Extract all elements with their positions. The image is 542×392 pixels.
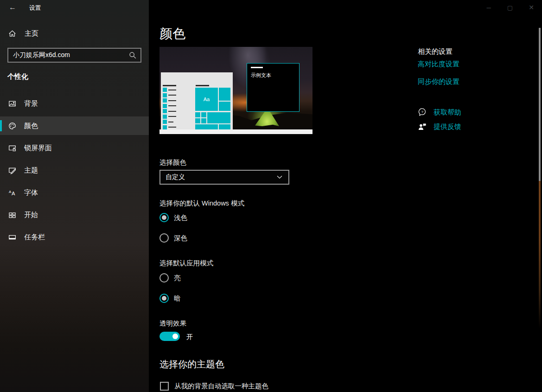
minimize-icon: ─ bbox=[486, 4, 491, 11]
scrollbar-track[interactable] bbox=[539, 0, 541, 392]
auto-accent-row[interactable]: 从我的背景自动选取一种主题色 bbox=[160, 381, 268, 391]
app-title: 设置 bbox=[29, 4, 41, 12]
sidebar-item-label: 锁屏界面 bbox=[24, 144, 52, 153]
radio-app-dark[interactable]: 暗 bbox=[159, 294, 181, 303]
content-area: 颜色 Aa bbox=[149, 0, 542, 392]
app-mode-label: 选择默认应用模式 bbox=[159, 259, 213, 268]
preview-tile-aa-label: Aa bbox=[204, 96, 210, 102]
preview-sample-window: 示例文本 bbox=[247, 63, 300, 112]
sidebar-item-lockscreen[interactable]: 锁屏界面 bbox=[0, 139, 149, 157]
sidebar-item-label: 背景 bbox=[24, 99, 38, 108]
radio-windows-light[interactable]: 浅色 bbox=[159, 213, 187, 222]
preview-sample-text: 示例文本 bbox=[251, 72, 271, 79]
radio-button-selected[interactable] bbox=[159, 213, 169, 222]
dropdown-selected-value: 自定义 bbox=[160, 173, 277, 181]
feedback-link[interactable]: 提供反馈 bbox=[418, 122, 461, 131]
radio-app-light[interactable]: 亮 bbox=[159, 273, 181, 283]
preview-tiles-title-dash bbox=[196, 85, 209, 86]
scrollbar-thumb[interactable] bbox=[539, 28, 541, 181]
color-preview-image: Aa 示例文本 bbox=[159, 47, 312, 134]
sidebar-item-colors[interactable]: 颜色 bbox=[0, 116, 149, 135]
high-contrast-link[interactable]: 高对比度设置 bbox=[418, 60, 459, 69]
help-bubble-icon: ? bbox=[418, 108, 427, 117]
page-title: 颜色 bbox=[159, 25, 185, 43]
search-input[interactable] bbox=[8, 51, 128, 59]
related-settings-header: 相关的设置 bbox=[418, 47, 453, 56]
svg-text:A: A bbox=[12, 191, 15, 196]
radio-label: 亮 bbox=[174, 274, 181, 283]
lockscreen-icon bbox=[8, 144, 16, 152]
home-icon bbox=[8, 30, 16, 38]
sidebar-item-label: 字体 bbox=[24, 188, 38, 197]
radio-label: 暗 bbox=[174, 294, 181, 303]
radio-button[interactable] bbox=[159, 273, 169, 283]
transparency-toggle[interactable] bbox=[159, 332, 180, 341]
auto-accent-checkbox[interactable] bbox=[160, 382, 169, 391]
sidebar-item-themes[interactable]: 主题 bbox=[0, 161, 149, 180]
radio-label: 浅色 bbox=[174, 213, 187, 222]
accent-color-heading: 选择你的主题色 bbox=[159, 358, 224, 371]
preview-taskbar bbox=[159, 129, 312, 134]
preview-menu-title-dash bbox=[163, 85, 176, 86]
themes-icon bbox=[8, 167, 16, 174]
svg-text:?: ? bbox=[421, 110, 424, 114]
sidebar-item-label: 颜色 bbox=[24, 122, 38, 130]
sidebar-item-start[interactable]: 开始 bbox=[0, 206, 149, 224]
search-icon[interactable] bbox=[128, 51, 137, 59]
radio-windows-dark[interactable]: 深色 bbox=[159, 233, 187, 243]
preview-tile-aa: Aa bbox=[195, 88, 218, 111]
preview-sample-title-dash bbox=[251, 67, 263, 68]
sidebar-item-home[interactable]: 主页 bbox=[0, 24, 149, 43]
color-mode-dropdown[interactable]: 自定义 bbox=[159, 170, 289, 185]
sidebar-item-label: 主页 bbox=[25, 29, 38, 38]
sidebar-item-label: 主题 bbox=[24, 166, 38, 175]
selected-accent-bar bbox=[0, 120, 2, 131]
background-image-icon bbox=[8, 100, 16, 108]
sidebar-item-fonts[interactable]: A A 字体 bbox=[0, 183, 149, 202]
sidebar-item-taskbar[interactable]: 任务栏 bbox=[0, 228, 149, 246]
chevron-down-icon bbox=[277, 175, 282, 179]
get-help-label: 获取帮助 bbox=[434, 108, 461, 117]
preview-start-menu: Aa bbox=[161, 72, 233, 129]
settings-search-box[interactable] bbox=[7, 48, 141, 63]
sidebar: ← 设置 主页 个性化 背景 bbox=[0, 0, 149, 392]
radio-button[interactable] bbox=[159, 233, 169, 243]
transparency-state-label: 开 bbox=[186, 333, 193, 341]
window-controls: ─ ▢ ✕ bbox=[478, 0, 542, 15]
scrollbar-track-tint bbox=[539, 180, 541, 328]
sidebar-item-label: 开始 bbox=[24, 211, 38, 219]
sidebar-item-background[interactable]: 背景 bbox=[0, 94, 149, 113]
auto-accent-label: 从我的背景自动选取一种主题色 bbox=[174, 382, 268, 391]
back-button[interactable]: ← bbox=[7, 2, 18, 13]
taskbar-icon bbox=[8, 233, 16, 241]
radio-label: 深色 bbox=[174, 234, 187, 243]
feedback-label: 提供反馈 bbox=[434, 122, 461, 131]
palette-icon bbox=[8, 122, 16, 130]
maximize-icon: ▢ bbox=[507, 4, 513, 11]
maximize-button[interactable]: ▢ bbox=[499, 0, 521, 15]
start-icon bbox=[8, 211, 16, 219]
sidebar-section-header: 个性化 bbox=[7, 72, 28, 81]
radio-button-selected[interactable] bbox=[159, 294, 169, 303]
sidebar-item-label: 任务栏 bbox=[24, 233, 45, 242]
transparency-label: 透明效果 bbox=[159, 319, 186, 328]
choose-color-label: 选择颜色 bbox=[159, 158, 186, 167]
back-arrow-icon: ← bbox=[9, 3, 16, 12]
fonts-icon: A A bbox=[8, 189, 16, 197]
get-help-link[interactable]: ? 获取帮助 bbox=[418, 108, 461, 117]
windows-mode-label: 选择你的默认 Windows 模式 bbox=[159, 199, 244, 208]
close-icon: ✕ bbox=[529, 4, 534, 11]
feedback-person-icon bbox=[418, 122, 427, 131]
sync-settings-link[interactable]: 同步你的设置 bbox=[418, 77, 459, 86]
minimize-button[interactable]: ─ bbox=[478, 0, 499, 15]
